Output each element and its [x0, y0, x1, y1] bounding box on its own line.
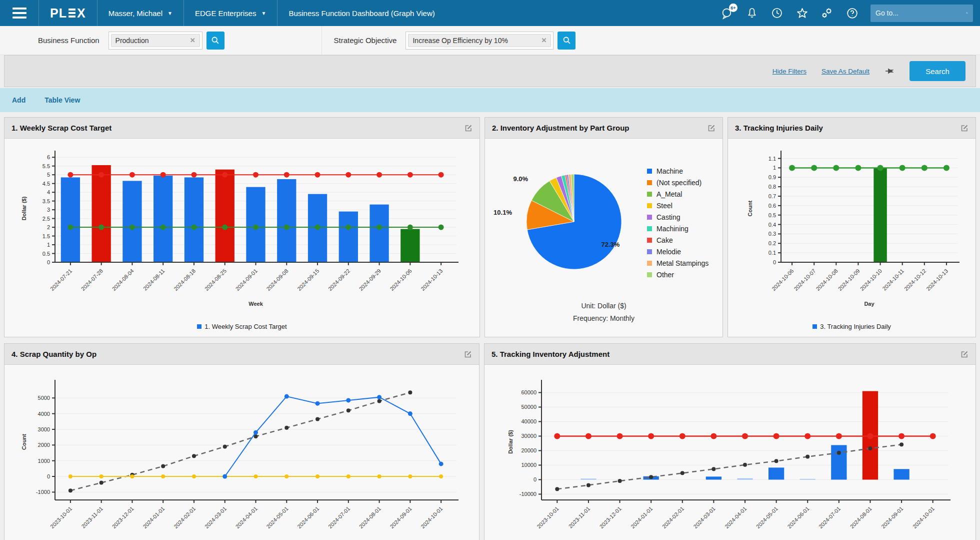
svg-text:1.5: 1.5 — [42, 233, 50, 239]
svg-text:2024-10-06: 2024-10-06 — [770, 268, 794, 292]
pie-frequency-label: Frequency: Monthly — [485, 312, 722, 325]
svg-text:-1000: -1000 — [36, 489, 50, 495]
help-icon — [846, 7, 858, 20]
panel-header: 3. Tracking Injuries Daily — [728, 118, 976, 139]
svg-text:2024-03-01: 2024-03-01 — [203, 505, 227, 529]
strategic-objective-search-button[interactable] — [558, 32, 576, 50]
svg-text:0.7: 0.7 — [768, 193, 776, 199]
company-menu-label: EDGE Enterprises — [195, 9, 256, 18]
svg-text:2024-08-11: 2024-08-11 — [142, 268, 166, 292]
remove-tag-icon[interactable]: ✕ — [190, 37, 196, 44]
history-button[interactable] — [770, 7, 784, 20]
legend-marker-icon — [647, 249, 652, 254]
action-bar: Hide Filters Save As Default Search — [4, 55, 976, 87]
hamburger-icon — [12, 8, 26, 19]
remove-tag-icon[interactable]: ✕ — [542, 37, 547, 44]
svg-text:2024-09-08: 2024-09-08 — [265, 268, 289, 292]
svg-text:2024-10-08: 2024-10-08 — [814, 268, 838, 292]
favorites-button[interactable] — [796, 7, 808, 20]
svg-text:2024-09-01: 2024-09-01 — [234, 268, 258, 292]
svg-text:2024-09-22: 2024-09-22 — [327, 268, 351, 292]
help-button[interactable] — [846, 7, 858, 20]
svg-text:2024-10-06: 2024-10-06 — [388, 268, 412, 292]
edit-chart-button[interactable] — [708, 124, 716, 132]
legend-item: Casting — [647, 213, 708, 221]
chart-body: 00.10.20.30.40.50.60.70.80.911.12024-10-… — [728, 139, 976, 330]
pie-legend: Machine(Not specified)A_MetalSteelCastin… — [647, 167, 708, 279]
messages-button[interactable]: 6+ — [720, 7, 734, 20]
legend-marker-icon — [647, 180, 652, 185]
svg-text:2024-09-15: 2024-09-15 — [296, 268, 320, 292]
svg-text:0.6: 0.6 — [768, 203, 776, 209]
svg-text:2024-07-01: 2024-07-01 — [818, 505, 842, 529]
chart-panel-scrap-quantity-by-op: 4. Scrap Quantity by Op -100001000200030… — [4, 343, 480, 540]
search-icon[interactable] — [966, 9, 968, 18]
edit-icon — [960, 350, 968, 358]
legend-marker-icon — [647, 226, 652, 231]
svg-text:2024-10-01: 2024-10-01 — [420, 505, 444, 529]
chart-canvas: -100000100002000030000400005000060000202… — [488, 370, 972, 540]
legend-label: Cake — [656, 236, 673, 244]
svg-text:50000: 50000 — [521, 404, 536, 410]
strategic-objective-input[interactable]: Increase Op Efficiency by 10% ✕ — [406, 32, 554, 50]
save-as-default-link[interactable]: Save As Default — [822, 68, 870, 75]
chart-panel-inventory-adjustment-by-part-group: 2. Inventory Adjustment by Part Group 72… — [484, 117, 723, 337]
legend-label: (Not specified) — [656, 179, 702, 187]
plex-logo[interactable]: PLX — [39, 0, 98, 26]
dashboard-content: 1. Weekly Scrap Cost Target 00.511.522.5… — [0, 112, 980, 540]
business-function-filter: Business Function Production ✕ — [0, 26, 236, 55]
search-button[interactable]: Search — [910, 61, 966, 81]
svg-text:2024-04-01: 2024-04-01 — [234, 505, 258, 529]
legend-marker-icon — [647, 203, 652, 208]
svg-text:1: 1 — [47, 242, 50, 248]
svg-text:2023-12-01: 2023-12-01 — [110, 505, 134, 529]
svg-text:0: 0 — [46, 473, 50, 479]
svg-text:2024-05-01: 2024-05-01 — [265, 505, 289, 529]
tab-table-view[interactable]: Table View — [44, 96, 80, 104]
chevron-down-icon: ▼ — [261, 11, 266, 16]
business-function-tag: Production ✕ — [111, 34, 200, 47]
svg-text:2023-11-01: 2023-11-01 — [80, 505, 104, 529]
weekly-scrap-cost-chart: 00.511.522.533.544.555.562024-07-212024-… — [8, 144, 476, 322]
legend-label: Other — [656, 271, 674, 279]
goto-search-input[interactable] — [876, 9, 966, 17]
panel-title: 5. Tracking Inventory Adjustment — [492, 350, 610, 358]
settings-button[interactable] — [820, 7, 834, 20]
chart-body: -10000100020003000400050002023-10-012023… — [4, 365, 479, 540]
chart-canvas: 00.10.20.30.40.50.60.70.80.911.12024-10-… — [731, 144, 972, 320]
svg-text:3000: 3000 — [38, 426, 50, 432]
svg-text:2: 2 — [47, 224, 50, 230]
hide-filters-link[interactable]: Hide Filters — [772, 68, 806, 75]
edit-chart-button[interactable] — [464, 124, 472, 132]
page-title-text: Business Function Dashboard (Graph View) — [288, 9, 434, 18]
scrap-quantity-chart: -10000100020003000400050002023-10-012023… — [8, 370, 476, 540]
business-function-input[interactable]: Production ✕ — [108, 32, 202, 50]
alerts-button[interactable] — [746, 7, 758, 20]
svg-text:5: 5 — [47, 172, 50, 178]
pin-button[interactable] — [884, 66, 894, 76]
search-icon — [211, 36, 220, 45]
user-menu[interactable]: Masser, Michael ▼ — [98, 0, 184, 26]
edit-chart-button[interactable] — [960, 124, 968, 132]
goto-search-box — [870, 5, 973, 22]
chart-canvas: 00.511.522.533.544.555.562024-07-212024-… — [8, 144, 476, 320]
star-icon — [796, 7, 808, 20]
svg-text:2024-10-09: 2024-10-09 — [837, 268, 861, 292]
legend-label: Steel — [656, 202, 672, 210]
svg-text:2000: 2000 — [38, 442, 50, 448]
hamburger-menu-button[interactable] — [0, 0, 39, 26]
chart-body: 00.511.522.533.544.555.562024-07-212024-… — [4, 139, 480, 330]
panel-title: 4. Scrap Quantity by Op — [12, 350, 96, 358]
svg-text:2023-11-01: 2023-11-01 — [568, 505, 592, 529]
svg-text:2024-01-01: 2024-01-01 — [630, 505, 654, 529]
svg-text:2024-10-13: 2024-10-13 — [925, 268, 949, 292]
svg-text:30000: 30000 — [521, 433, 536, 439]
edit-chart-button[interactable] — [960, 350, 968, 358]
svg-text:4: 4 — [47, 189, 50, 195]
chart-body: 72.3%10.1%9.0% Machine(Not specified)A_M… — [485, 139, 722, 299]
svg-text:0.3: 0.3 — [768, 231, 776, 237]
company-menu[interactable]: EDGE Enterprises ▼ — [184, 0, 278, 26]
tab-add[interactable]: Add — [12, 96, 26, 104]
business-function-search-button[interactable] — [206, 32, 224, 50]
edit-chart-button[interactable] — [464, 350, 472, 358]
